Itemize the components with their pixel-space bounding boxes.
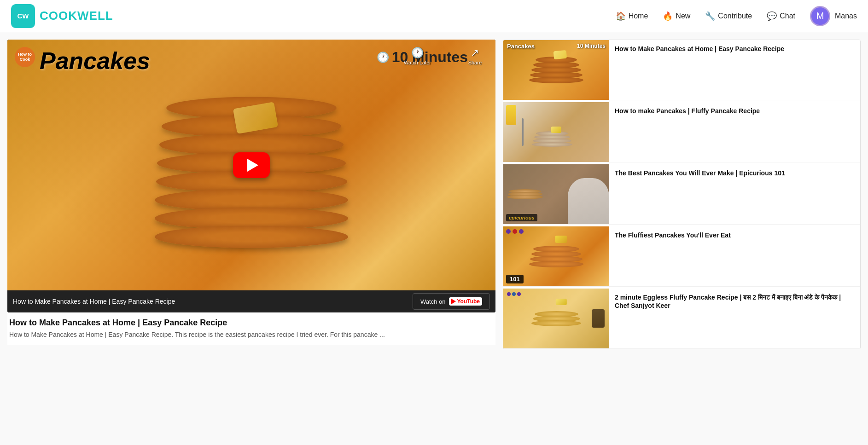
sidebar-title-2: How to make Pancakes | Fluffy Pancake Re… [615, 107, 760, 115]
nav-home-label: Home [629, 12, 648, 20]
share-label: Share [468, 60, 482, 65]
contribute-icon: 🔧 [705, 11, 715, 21]
watch-on-label: Watch on [420, 298, 445, 305]
berries-decoration [506, 229, 524, 234]
logo-icon [11, 4, 35, 28]
chat-icon: 💬 [767, 11, 777, 21]
video-title-inner: How to Make Pancakes at Home | Easy Panc… [13, 298, 213, 305]
nav-home[interactable]: 🏠 Home [616, 11, 648, 21]
sidebar-item[interactable]: Pancakes 10 Minutes How to Make Pancakes… [503, 40, 860, 100]
sidebar-title-1: How to Make Pancakes at Home | Easy Panc… [615, 45, 784, 53]
sidebar-info-2: How to make Pancakes | Fluffy Pancake Re… [609, 102, 860, 162]
101-badge: 101 [506, 275, 524, 283]
sidebar-item[interactable]: 101 The Fluffiest Pancakes You'll Ever E… [503, 226, 860, 287]
video-title-bar: How to Make Pancakes at Home | Easy Panc… [7, 290, 495, 312]
video-description: How to Make Pancakes at Home | Easy Panc… [9, 330, 494, 340]
sidebar-thumb-2 [503, 102, 609, 162]
nav-contribute[interactable]: 🔧 Contribute [705, 11, 752, 21]
nav-chat-label: Chat [780, 12, 795, 20]
channel-badge: How toCook [15, 47, 35, 67]
nav-chat[interactable]: 💬 Chat [767, 11, 795, 21]
thumb-3-pancakes [507, 190, 543, 198]
nav-contribute-label: Contribute [718, 12, 752, 20]
logo-area: COOKWELL [11, 4, 113, 28]
thumb-2-visual [503, 102, 609, 162]
thumb-1-time: 10 Minutes [577, 43, 606, 49]
sidebar-thumb-5 [503, 289, 609, 348]
logo-text: COOKWELL [40, 9, 113, 23]
pancake-layer [155, 225, 348, 248]
main-content: How toCook Pancakes 🕐 10 Minutes 🕐 Watch… [0, 32, 868, 357]
yt-play-icon [451, 299, 456, 304]
sidebar-thumb-3: epicurious [503, 164, 609, 224]
new-icon: 🔥 [663, 11, 673, 21]
sidebar-item[interactable]: How to make Pancakes | Fluffy Pancake Re… [503, 102, 860, 162]
cup-icon [592, 309, 605, 328]
sidebar-info-1: How to Make Pancakes at Home | Easy Panc… [609, 40, 860, 100]
header: COOKWELL 🏠 Home 🔥 New 🔧 Contribute 💬 Cha… [0, 0, 868, 32]
share-icon: ↗ [471, 47, 479, 59]
main-nav: 🏠 Home 🔥 New 🔧 Contribute 💬 Chat [616, 11, 795, 21]
video-section: How toCook Pancakes 🕐 10 Minutes 🕐 Watch… [7, 40, 495, 349]
youtube-label: YouTube [457, 298, 480, 305]
play-button[interactable] [233, 152, 270, 178]
share-button[interactable]: ↗ Share [468, 47, 482, 65]
youtube-logo: YouTube [449, 297, 482, 306]
avatar: M [810, 6, 830, 26]
sidebar-thumb-4: 101 [503, 226, 609, 286]
sidebar-title-4: The Fluffiest Pancakes You'll Ever Eat [615, 231, 731, 239]
watch-later-icon: 🕐 [411, 47, 424, 59]
clock-icon: 🕐 [377, 52, 389, 64]
sidebar-thumb-1: Pancakes 10 Minutes [503, 40, 609, 100]
watch-on-youtube-button[interactable]: Watch on YouTube [413, 293, 490, 310]
video-main-title: How to Make Pancakes at Home | Easy Panc… [9, 318, 494, 328]
sidebar-item[interactable]: 2 minute Eggless Fluffy Pancake Recipe |… [503, 289, 860, 349]
sidebar-item[interactable]: epicurious The Best Pancakes You Will Ev… [503, 164, 860, 225]
home-icon: 🏠 [616, 11, 626, 21]
watch-later-button[interactable]: 🕐 Watch Later [404, 47, 431, 65]
sidebar-info-3: The Best Pancakes You Will Ever Make | E… [609, 164, 860, 224]
video-overlay-title: Pancakes [40, 47, 150, 75]
avatar-letter: M [816, 11, 824, 21]
sidebar-title-3: The Best Pancakes You Will Ever Make | E… [615, 169, 785, 177]
nav-new[interactable]: 🔥 New [663, 11, 690, 21]
thumb-1-overlay: Pancakes [507, 43, 535, 50]
glass-icon [506, 105, 516, 125]
watch-later-label: Watch Later [404, 60, 431, 65]
sidebar-info-5: 2 minute Eggless Fluffy Pancake Recipe |… [609, 289, 860, 348]
chef-silhouette [568, 178, 609, 224]
video-info: How to Make Pancakes at Home | Easy Panc… [7, 312, 495, 345]
sidebar-title-5: 2 minute Eggless Fluffy Pancake Recipe |… [615, 293, 855, 310]
epicurious-badge: epicurious [506, 214, 537, 221]
video-player[interactable]: How toCook Pancakes 🕐 10 Minutes 🕐 Watch… [7, 40, 495, 312]
sidebar: Pancakes 10 Minutes How to Make Pancakes… [503, 40, 861, 349]
sidebar-info-4: The Fluffiest Pancakes You'll Ever Eat [609, 226, 860, 286]
nav-new-label: New [676, 12, 690, 20]
user-area[interactable]: M Manas [810, 6, 857, 26]
video-thumbnail: How toCook Pancakes 🕐 10 Minutes 🕐 Watch… [7, 40, 495, 290]
username: Manas [835, 12, 857, 20]
berries-5 [507, 292, 521, 296]
